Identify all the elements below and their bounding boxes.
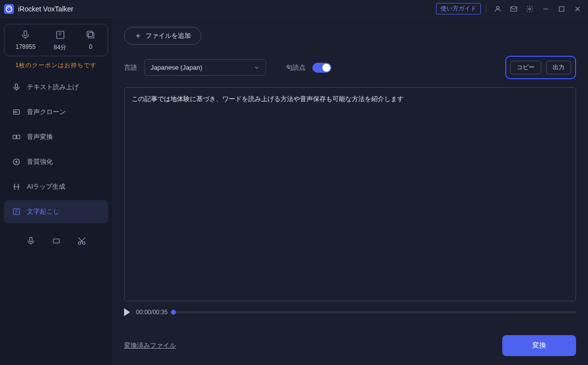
stat-value: 84分: [54, 43, 66, 52]
svg-point-3: [529, 8, 531, 10]
mail-icon[interactable]: [507, 2, 520, 15]
language-select[interactable]: Japanese (Japan): [144, 59, 266, 76]
svg-point-19: [82, 242, 85, 244]
chevron-down-icon: [254, 65, 260, 71]
svg-rect-9: [15, 84, 18, 88]
svg-rect-17: [53, 239, 59, 243]
language-label: 言語: [124, 63, 137, 72]
sidebar-item-label: 音声クローン: [27, 108, 66, 117]
stat-minutes: 84分: [54, 29, 66, 52]
punctuation-label: 句読点: [286, 63, 305, 72]
mic-icon: [19, 29, 31, 41]
controls-row: 言語 Japanese (Japan) 句読点 コピー 出力: [124, 56, 576, 79]
separator: [486, 5, 486, 13]
close-icon[interactable]: [571, 2, 584, 15]
sidebar-item-voice-convert[interactable]: 音声変換: [4, 125, 108, 148]
app-logo-icon: [4, 4, 14, 14]
main-panel: ファイルを追加 言語 Japanese (Japan) 句読点 コピー 出力 こ…: [112, 18, 588, 365]
svg-rect-4: [559, 6, 564, 11]
svg-point-18: [78, 242, 81, 244]
playback-time: 00:00/00:35: [136, 309, 167, 316]
sidebar-item-tts[interactable]: テキスト読み上げ: [4, 76, 108, 99]
export-button[interactable]: 出力: [546, 61, 571, 74]
stack-icon: [85, 29, 97, 41]
seek-thumb[interactable]: [171, 310, 176, 315]
crop-icon[interactable]: [49, 234, 63, 248]
sidebar-item-transcription[interactable]: 文字起こし: [4, 200, 108, 223]
audio-player: 00:00/00:35: [124, 308, 576, 316]
sidebar-bottom-tools: [4, 234, 108, 248]
usage-guide-button[interactable]: 使い方ガイド: [436, 3, 481, 14]
minimize-icon[interactable]: [539, 2, 552, 15]
svg-rect-12: [13, 135, 16, 139]
svg-point-0: [6, 6, 12, 12]
svg-point-11: [14, 112, 16, 113]
titlebar: iRocket VoxTalker 使い方ガイド: [0, 0, 588, 18]
sidebar-item-label: 文字起こし: [27, 207, 59, 216]
cut-icon[interactable]: [75, 234, 89, 248]
stat-files: 0: [85, 29, 97, 52]
sidebar-item-enhance[interactable]: 音質強化: [4, 150, 108, 173]
sidebar-item-ai-rap[interactable]: AIラップ生成: [4, 175, 108, 198]
play-button[interactable]: [124, 308, 130, 316]
app-title: iRocket VoxTalker: [18, 5, 73, 13]
sidebar: 178955 84分 0 1枚のクーポンはお持ちです テキスト読み上げ 音声クロ…: [0, 18, 112, 365]
maximize-icon[interactable]: [555, 2, 568, 15]
sidebar-item-voice-clone[interactable]: 音声クローン: [4, 101, 108, 123]
transcribe-icon: [54, 29, 66, 41]
copy-button[interactable]: コピー: [510, 61, 541, 74]
converted-files-link[interactable]: 変換済みファイル: [124, 341, 176, 350]
stat-value: 178955: [15, 43, 35, 50]
footer-row: 変換済みファイル 変換: [124, 335, 576, 356]
user-icon[interactable]: [491, 2, 504, 15]
svg-rect-2: [511, 6, 517, 11]
sidebar-item-label: テキスト読み上げ: [27, 83, 79, 92]
stat-characters: 178955: [15, 29, 35, 52]
record-icon[interactable]: [24, 234, 38, 248]
settings-icon[interactable]: [523, 2, 536, 15]
svg-rect-5: [24, 31, 27, 36]
convert-button[interactable]: 変換: [502, 335, 576, 356]
svg-rect-8: [87, 31, 92, 37]
add-file-label: ファイルを追加: [146, 31, 191, 40]
svg-rect-7: [88, 32, 94, 38]
add-file-button[interactable]: ファイルを追加: [124, 27, 201, 45]
sidebar-item-label: 音声変換: [27, 132, 53, 141]
punctuation-toggle[interactable]: [312, 63, 331, 73]
sidebar-item-label: AIラップ生成: [27, 182, 65, 191]
stat-value: 0: [85, 43, 97, 50]
coupon-note: 1枚のクーポンはお持ちです: [4, 61, 108, 70]
seek-bar[interactable]: [173, 311, 576, 313]
transcription-textarea[interactable]: この記事では地体験に基づき、ワードを読み上げる方法や音声保存も可能な方法を紹介し…: [124, 87, 576, 301]
svg-point-1: [496, 6, 499, 8]
stats-card: 178955 84分 0: [4, 24, 108, 56]
sidebar-item-label: 音質強化: [27, 157, 53, 166]
language-value: Japanese (Japan): [150, 64, 202, 71]
svg-rect-16: [29, 238, 32, 242]
action-group: コピー 出力: [505, 56, 576, 79]
svg-rect-13: [17, 135, 20, 139]
